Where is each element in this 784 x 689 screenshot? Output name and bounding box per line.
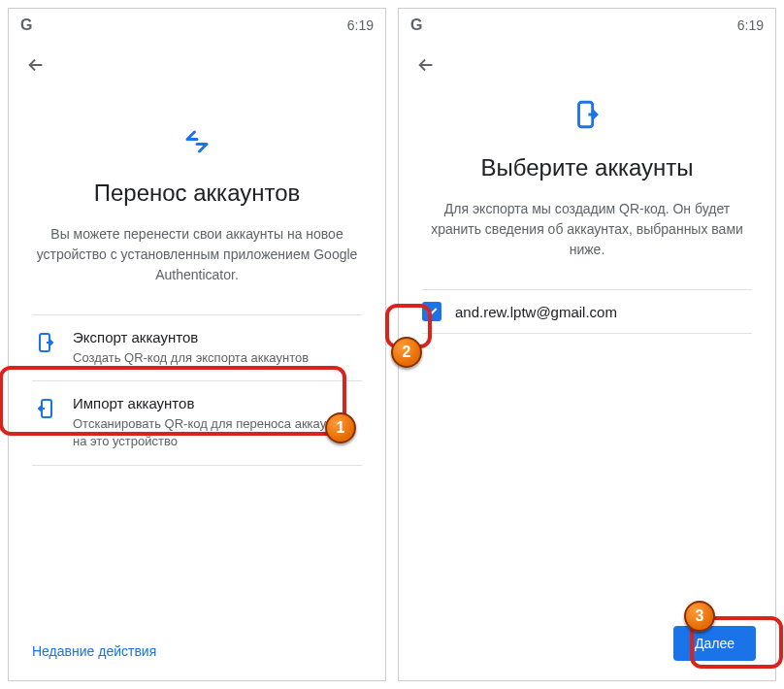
account-email: and.rew.lptw@gmail.com [455,304,617,320]
google-logo: G [410,16,422,34]
export-accounts-option[interactable]: Экспорт аккаунтов Создать QR-код для экс… [32,314,362,381]
google-logo: G [20,16,32,34]
export-text: Экспорт аккаунтов Создать QR-код для экс… [73,329,309,367]
import-accounts-option[interactable]: Импорт аккаунтов Отсканировать QR-код дл… [32,381,362,465]
page-subtitle: Вы можете перенести свои аккаунты на нов… [32,224,362,285]
export-desc: Создать QR-код для экспорта аккаунтов [73,349,309,367]
back-button[interactable] [16,46,55,84]
import-desc: Отсканировать QR-код для переноса аккаун… [73,415,360,450]
status-time: 6:19 [737,17,764,33]
phone-left: G 6:19 Перенос аккаунтов Вы можете перен… [8,8,386,681]
account-checkbox[interactable] [422,302,441,321]
statusbar: G 6:19 [399,9,775,42]
page-title: Перенос аккаунтов [32,180,362,207]
account-row[interactable]: and.rew.lptw@gmail.com [422,289,752,334]
status-time: 6:19 [347,17,374,33]
import-title: Импорт аккаунтов [73,395,360,411]
topbar [9,42,385,88]
check-icon [425,305,439,318]
page-subtitle: Для экспорта мы создадим QR-код. Он буде… [422,199,752,260]
recent-activity-link[interactable]: Недавние действия [32,643,156,659]
phone-right: G 6:19 Выберите аккаунты Для экспорта мы… [398,8,776,681]
transfer-icon [32,127,362,156]
next-button[interactable]: Далее [673,626,756,661]
badge-2: 2 [391,337,422,368]
content-left: Перенос аккаунтов Вы можете перенести св… [9,88,385,680]
statusbar: G 6:19 [9,9,385,42]
page-title: Выберите аккаунты [422,154,752,181]
export-icon [34,331,57,358]
content-right: Выберите аккаунты Для экспорта мы создад… [399,88,775,680]
export-title: Экспорт аккаунтов [73,329,309,345]
back-button[interactable] [407,46,445,84]
import-icon [34,397,57,424]
export-hero-icon [422,98,752,131]
arrow-left-icon [25,54,47,76]
arrow-left-icon [415,54,437,76]
topbar [399,42,775,88]
import-text: Импорт аккаунтов Отсканировать QR-код дл… [73,395,360,450]
